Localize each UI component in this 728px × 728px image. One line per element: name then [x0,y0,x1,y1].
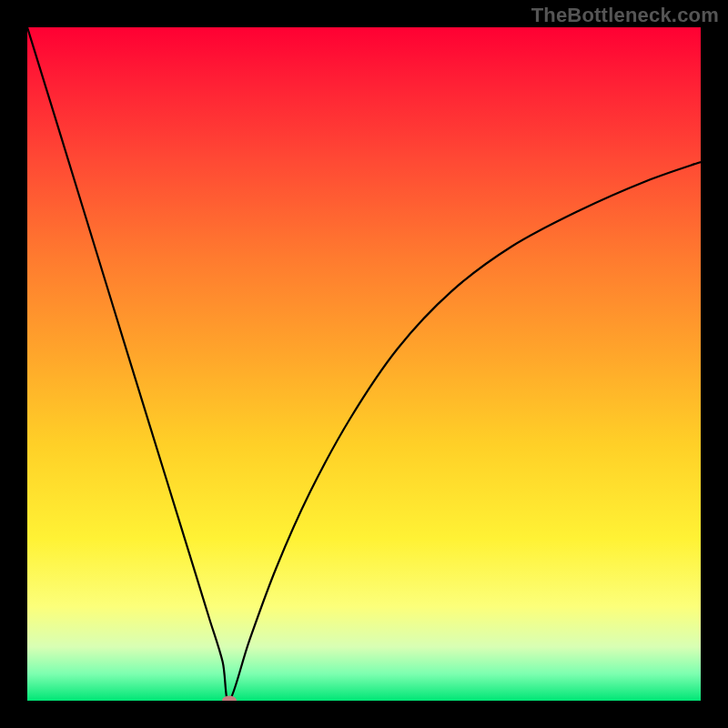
bottleneck-curve [27,27,701,701]
chart-frame: TheBottleneck.com [0,0,728,728]
curve-path [27,27,701,701]
plot-area [27,27,701,701]
optimum-marker [222,696,237,702]
watermark-text: TheBottleneck.com [531,4,719,27]
